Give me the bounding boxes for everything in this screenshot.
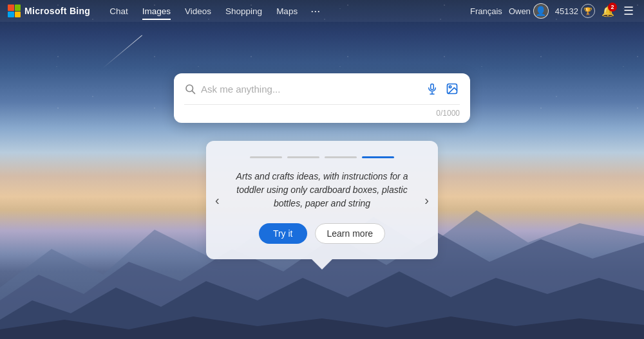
carousel-indicator-3[interactable]: [325, 156, 357, 158]
char-count: 0/1000: [174, 105, 470, 123]
carousel-next-button[interactable]: ›: [419, 190, 434, 210]
user-section[interactable]: Owen 👤: [509, 3, 549, 19]
topbar-right: Français Owen 👤 45132 🏆 🔔 2 ☰: [470, 3, 636, 19]
logo[interactable]: Microsoft Bing: [8, 5, 90, 17]
learn-more-button[interactable]: Learn more: [315, 223, 386, 244]
avatar[interactable]: 👤: [533, 3, 549, 19]
user-icon: 👤: [535, 6, 546, 16]
logo-square-yellow: [15, 12, 21, 18]
nav-item-images[interactable]: Images: [136, 3, 177, 20]
logo-square-red: [8, 5, 14, 11]
microphone-button[interactable]: [425, 82, 439, 96]
carousel-indicator-2[interactable]: [287, 156, 319, 158]
mic-icon: [426, 83, 438, 95]
search-icon: [184, 83, 196, 95]
svg-point-10: [449, 86, 451, 87]
suggestion-buttons: Try it Learn more: [232, 223, 412, 244]
image-search-icon: [446, 82, 459, 95]
image-search-button[interactable]: [444, 81, 460, 96]
logo-text: Microsoft Bing: [24, 6, 90, 16]
nav-item-maps[interactable]: Maps: [270, 3, 304, 20]
logo-square-blue: [8, 12, 14, 18]
carousel-indicator-1[interactable]: [250, 156, 282, 158]
main-nav: Chat Images Videos Shopping Maps ···: [103, 2, 470, 21]
carousel-prev-button[interactable]: ‹: [210, 190, 225, 210]
user-name: Owen: [509, 6, 531, 16]
score-value: 45132: [555, 6, 578, 16]
search-box: 0/1000: [174, 73, 470, 123]
search-actions: [425, 81, 460, 96]
microsoft-logo-squares: [8, 5, 21, 17]
score-badge[interactable]: 45132 🏆: [555, 4, 595, 18]
notification-count: 2: [608, 3, 617, 12]
suggestion-text: Arts and crafts ideas, with instructions…: [232, 170, 412, 210]
search-input[interactable]: [201, 84, 420, 95]
trophy-icon: 🏆: [581, 4, 595, 18]
nav-item-chat[interactable]: Chat: [103, 3, 135, 20]
topbar: Microsoft Bing Chat Images Videos Shoppi…: [0, 0, 644, 22]
language-selector[interactable]: Français: [470, 6, 502, 16]
try-it-button[interactable]: Try it: [259, 223, 307, 244]
svg-line-5: [192, 91, 194, 93]
nav-item-shopping[interactable]: Shopping: [219, 3, 269, 20]
carousel-indicators: [232, 156, 412, 158]
suggestion-card: ‹ Arts and crafts ideas, with instructio…: [206, 141, 438, 259]
nav-more-button[interactable]: ···: [305, 2, 325, 21]
notification-bell[interactable]: 🔔 2: [601, 5, 614, 17]
logo-square-green: [15, 5, 21, 11]
nav-item-videos[interactable]: Videos: [178, 3, 218, 20]
svg-rect-6: [431, 84, 434, 90]
main-content: 0/1000 ‹ Arts and crafts ideas, with ins…: [0, 22, 644, 339]
carousel-indicator-4[interactable]: [362, 156, 394, 158]
search-input-row: [174, 73, 470, 104]
hamburger-menu-icon[interactable]: ☰: [621, 3, 636, 19]
